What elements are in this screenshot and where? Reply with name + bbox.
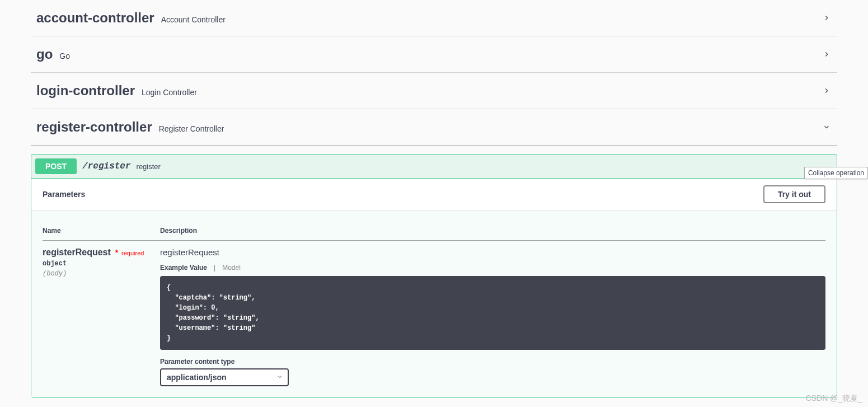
tag-register-controller[interactable]: register-controller Register Controller — [31, 109, 837, 146]
param-description: registerRequest — [160, 247, 825, 257]
tab-model[interactable]: Model — [222, 264, 241, 272]
tag-desc: Register Controller — [159, 124, 224, 133]
tag-go[interactable]: go Go — [31, 36, 837, 73]
chevron-down-icon — [822, 122, 832, 132]
tag-name: account-controller — [36, 10, 154, 26]
tab-example-value[interactable]: Example Value — [160, 264, 207, 272]
tag-desc: Login Controller — [142, 88, 197, 97]
tag-name: register-controller — [36, 119, 152, 135]
tag-account-controller[interactable]: account-controller Account Controller — [31, 0, 837, 36]
operation-body: Parameters Try it out Name Description — [31, 178, 837, 397]
operation-path: /register — [82, 161, 130, 171]
content-type-label: Parameter content type — [160, 358, 825, 366]
chevron-right-icon — [822, 49, 832, 59]
watermark: CSDN @_晓夏_ — [806, 394, 862, 398]
column-header-name: Name — [43, 221, 160, 241]
chevron-right-icon — [822, 13, 832, 23]
operation-desc: register — [137, 162, 161, 171]
required-star-icon: * — [115, 248, 118, 257]
example-code-block[interactable]: { "captcha": "string", "login": 0, "pass… — [160, 276, 825, 350]
param-type: object — [43, 260, 160, 268]
parameters-table: Name Description registerRequest * requi… — [43, 221, 825, 386]
tag-login-controller[interactable]: login-controller Login Controller — [31, 73, 837, 109]
param-in: (body) — [43, 270, 160, 278]
http-method-badge: POST — [35, 158, 77, 174]
chevron-right-icon — [822, 86, 832, 96]
tooltip-collapse-operation: Collapse operation — [804, 167, 868, 179]
tag-name: login-controller — [36, 83, 135, 99]
tag-name: go — [36, 46, 53, 62]
table-row: registerRequest * required object (body)… — [43, 241, 825, 387]
tag-desc: Go — [59, 52, 70, 60]
content-type-select[interactable]: application/json — [160, 368, 289, 386]
column-header-description: Description — [160, 221, 825, 241]
operation-summary[interactable]: POST /register register — [31, 155, 837, 178]
param-name: registerRequest — [43, 247, 111, 257]
tag-desc: Account Controller — [161, 15, 226, 24]
operation-block: POST /register register Parameters Try i… — [31, 154, 837, 398]
parameters-title: Parameters — [43, 190, 85, 199]
required-label: required — [121, 250, 144, 256]
tab-divider: | — [214, 264, 215, 272]
try-it-out-button[interactable]: Try it out — [763, 185, 825, 203]
